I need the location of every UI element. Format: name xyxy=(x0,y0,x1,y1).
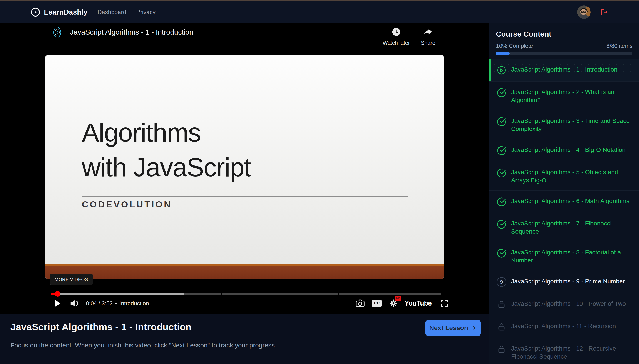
lesson-list: JavaScript Algorithms - 1 - Introduction… xyxy=(489,59,639,364)
next-lesson-button[interactable]: Next Lesson xyxy=(426,320,481,336)
buffered-bar xyxy=(51,293,184,295)
video-slide: Algorithms with JavaScript CODEVOLUTION xyxy=(45,55,444,279)
check-circle-icon xyxy=(497,146,506,155)
lesson-item-label: JavaScript Algorithms - 11 - Recursion xyxy=(511,322,616,332)
chevron-right-icon xyxy=(471,325,477,331)
closed-captions-button[interactable]: CC xyxy=(372,300,382,307)
lesson-status-icon xyxy=(497,344,506,354)
time-current-duration: 0:04 / 3:52 xyxy=(86,300,113,307)
lesson-item-label: JavaScript Algorithms - 12 - Recursive F… xyxy=(511,344,636,360)
lesson-status-icon xyxy=(497,146,506,155)
progress-meta: 10% Complete 8/80 items xyxy=(496,43,632,49)
video-header: JavaScript Algorithms - 1 - Introduction… xyxy=(0,23,489,56)
content: JavaScript Algorithms - 1 - Introduction… xyxy=(0,23,639,364)
lesson-list-item[interactable]: JavaScript Algorithms - 5 - Objects and … xyxy=(489,162,639,190)
play-circle-icon xyxy=(497,66,506,75)
lesson-list-item[interactable]: JavaScript Algorithms - 10 - Power of Tw… xyxy=(489,293,639,316)
navbar: LearnDashly Dashboard Privacy xyxy=(0,1,639,23)
lesson-item-label: JavaScript Algorithms - 10 - Power of Tw… xyxy=(511,300,626,309)
player-controls-left: 0:04 / 3:52 • Introduction xyxy=(54,298,149,308)
course-progress-fill xyxy=(496,52,510,55)
lesson-list-item[interactable]: JavaScript Algorithms - 11 - Recursion xyxy=(489,316,639,338)
video-progress-bar[interactable] xyxy=(51,293,441,295)
scrubber-handle[interactable] xyxy=(55,291,60,296)
lock-icon xyxy=(497,322,506,332)
check-circle-icon xyxy=(497,117,506,126)
nav-links: Dashboard Privacy xyxy=(98,9,156,16)
lesson-description: Focus on the content. When you finish th… xyxy=(10,342,489,349)
course-progress-track xyxy=(496,52,632,55)
chapter-segment xyxy=(222,293,297,295)
course-content-sidebar: Course Content 10% Complete 8/80 items J… xyxy=(489,23,639,364)
lesson-list-item[interactable]: 9 JavaScript Algorithms - 9 - Prime Numb… xyxy=(489,271,639,293)
check-circle-icon xyxy=(497,168,506,178)
chapter-title: Introduction xyxy=(120,300,149,307)
lesson-status-icon xyxy=(497,300,506,309)
lesson-status-icon xyxy=(497,117,506,126)
lesson-status-icon xyxy=(497,88,506,98)
watch-later-label: Watch later xyxy=(382,40,410,46)
lesson-status-icon xyxy=(497,66,506,75)
lock-icon xyxy=(497,300,506,309)
next-lesson-label: Next Lesson xyxy=(429,324,468,332)
lesson-status-icon xyxy=(497,220,506,229)
logout-icon[interactable] xyxy=(600,8,608,16)
nav-link-dashboard[interactable]: Dashboard xyxy=(98,9,126,16)
lesson-list-item[interactable]: JavaScript Algorithms - 8 - Factorial of… xyxy=(489,242,639,271)
lesson-status-icon xyxy=(497,168,506,178)
share-icon xyxy=(423,27,433,37)
watch-later-button[interactable]: Watch later xyxy=(379,27,414,46)
slide-title: Algorithms with JavaScript xyxy=(82,115,251,184)
lesson-list-item[interactable]: JavaScript Algorithms - 1 - Introduction xyxy=(489,59,639,81)
lesson-status-icon xyxy=(497,248,506,258)
video-player[interactable]: JavaScript Algorithms - 1 - Introduction… xyxy=(0,23,489,314)
play-button[interactable] xyxy=(54,299,61,308)
section-divider xyxy=(0,361,489,361)
slide-brand: CODEVOLUTION xyxy=(82,200,172,210)
share-button[interactable]: Share xyxy=(415,27,441,46)
lesson-list-item[interactable]: JavaScript Algorithms - 7 - Fibonacci Se… xyxy=(489,213,639,242)
lesson-item-label: JavaScript Algorithms - 7 - Fibonacci Se… xyxy=(511,220,636,236)
lesson-list-item[interactable]: JavaScript Algorithms - 3 - Time and Spa… xyxy=(489,110,639,139)
player-controls-right: CC HD YouTube xyxy=(356,298,449,308)
lesson-item-label: JavaScript Algorithms - 3 - Time and Spa… xyxy=(511,117,636,133)
lesson-status-icon: 9 xyxy=(497,277,506,287)
check-circle-icon xyxy=(497,197,506,206)
items-count-label: 8/80 items xyxy=(606,43,632,49)
lesson-item-label: JavaScript Algorithms - 2 - What is an A… xyxy=(511,88,636,104)
lesson-number-badge: 9 xyxy=(497,277,506,287)
check-circle-icon xyxy=(497,248,506,258)
slide-bottom-band xyxy=(45,264,444,279)
lesson-status-icon xyxy=(497,197,506,206)
navbar-right xyxy=(577,6,639,19)
lesson-list-item[interactable]: JavaScript Algorithms - 2 - What is an A… xyxy=(489,81,639,110)
share-label: Share xyxy=(421,40,436,46)
video-title-link[interactable]: JavaScript Algorithms - 1 - Introduction xyxy=(70,28,193,36)
lesson-list-item[interactable]: JavaScript Algorithms - 12 - Recursive F… xyxy=(489,338,639,364)
chapter-segment xyxy=(339,293,441,295)
user-avatar[interactable] xyxy=(577,6,591,19)
lesson-list-item[interactable]: JavaScript Algorithms - 6 - Math Algorit… xyxy=(489,190,639,213)
time-separator: • xyxy=(115,300,117,307)
lesson-info-bar: JavaScript Algorithms - 1 - Introduction… xyxy=(0,314,489,364)
volume-button[interactable] xyxy=(70,299,80,308)
lesson-list-item[interactable]: JavaScript Algorithms - 4 - Big-O Notati… xyxy=(489,139,639,162)
lesson-item-label: JavaScript Algorithms - 9 - Prime Number xyxy=(511,277,625,287)
sidebar-header: Course Content 10% Complete 8/80 items xyxy=(489,23,639,59)
nav-link-privacy[interactable]: Privacy xyxy=(136,9,156,16)
chapter-segment xyxy=(298,293,338,295)
screenshot-camera-button[interactable] xyxy=(356,299,365,308)
lesson-title: JavaScript Algorithms - 1 - Introduction xyxy=(10,322,489,332)
check-circle-icon xyxy=(497,88,506,98)
lock-icon xyxy=(497,344,506,354)
hd-quality-badge: HD xyxy=(395,296,402,300)
fullscreen-button[interactable] xyxy=(440,299,449,308)
learndashly-logo-icon xyxy=(30,7,40,17)
more-videos-tooltip[interactable]: MORE VIDEOS xyxy=(50,274,93,285)
clock-icon xyxy=(392,27,401,37)
lesson-item-label: JavaScript Algorithms - 4 - Big-O Notati… xyxy=(511,146,626,155)
youtube-logo[interactable]: YouTube xyxy=(404,300,432,307)
channel-avatar-icon[interactable] xyxy=(51,26,64,39)
settings-gear-button[interactable]: HD xyxy=(389,299,398,308)
main-column: JavaScript Algorithms - 1 - Introduction… xyxy=(0,23,489,364)
